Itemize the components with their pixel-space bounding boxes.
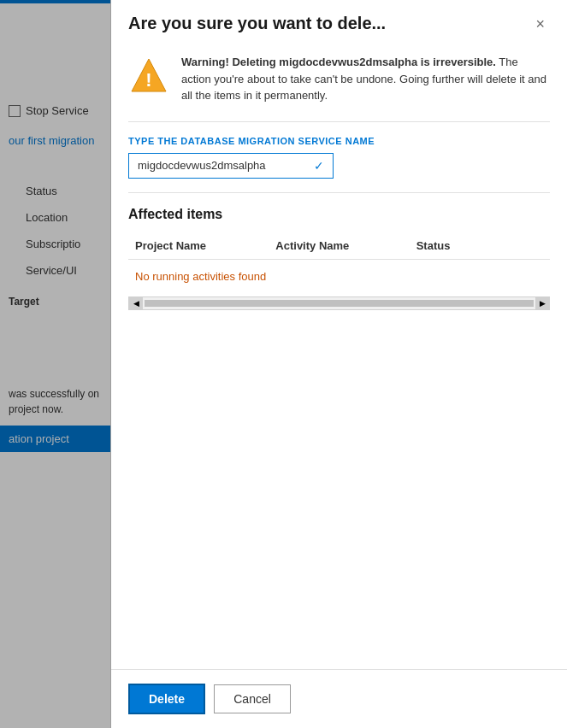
table-header: Project Name Activity Name Status bbox=[128, 232, 550, 260]
cancel-button[interactable]: Cancel bbox=[214, 684, 291, 713]
input-label: TYPE THE DATABASE MIGRATION SERVICE NAME bbox=[128, 136, 550, 146]
col-project-name: Project Name bbox=[128, 239, 269, 252]
delete-button[interactable]: Delete bbox=[128, 684, 205, 714]
service-name-input[interactable]: migdocdevwus2dmsalpha bbox=[138, 159, 307, 172]
check-icon: ✓ bbox=[314, 159, 324, 173]
input-with-check[interactable]: migdocdevwus2dmsalpha ✓ bbox=[128, 153, 334, 179]
col-status: Status bbox=[410, 239, 550, 252]
delete-dialog: Are you sure you want to dele... × ! War… bbox=[111, 0, 567, 728]
scroll-left-button[interactable]: ◀ bbox=[129, 296, 143, 310]
svg-text:!: ! bbox=[145, 69, 151, 91]
warning-strong: Warning! Deleting migdocdevwus2dmsalpha … bbox=[181, 56, 496, 68]
divider-1 bbox=[128, 121, 550, 122]
horizontal-scrollbar[interactable]: ◀ ▶ bbox=[128, 296, 550, 310]
affected-items-title: Affected items bbox=[128, 207, 550, 222]
warning-text: Warning! Deleting migdocdevwus2dmsalpha … bbox=[181, 54, 550, 104]
affected-items-table: Project Name Activity Name Status No run… bbox=[128, 232, 550, 293]
divider-2 bbox=[128, 192, 550, 193]
warning-icon: ! bbox=[128, 56, 169, 97]
col-activity-name: Activity Name bbox=[269, 239, 409, 252]
close-button[interactable]: × bbox=[530, 15, 550, 33]
dialog-header: Are you sure you want to dele... × bbox=[111, 0, 567, 45]
dialog-title: Are you sure you want to dele... bbox=[128, 14, 386, 33]
input-section: TYPE THE DATABASE MIGRATION SERVICE NAME… bbox=[128, 136, 550, 179]
scroll-right-button[interactable]: ▶ bbox=[535, 296, 549, 310]
dialog-body: ! Warning! Deleting migdocdevwus2dmsalph… bbox=[111, 45, 567, 669]
no-data-message: No running activities found bbox=[128, 260, 550, 293]
scrollbar-track[interactable] bbox=[145, 300, 534, 307]
dialog-footer: Delete Cancel bbox=[111, 669, 567, 728]
warning-section: ! Warning! Deleting migdocdevwus2dmsalph… bbox=[128, 54, 550, 104]
